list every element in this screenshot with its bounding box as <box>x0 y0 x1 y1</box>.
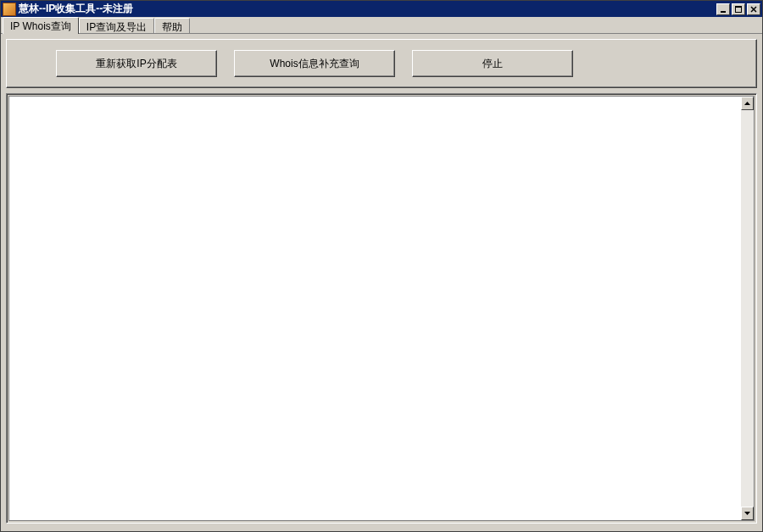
tab-strip: IP Whois查询 IP查询及导出 帮助 <box>1 17 762 34</box>
whois-supplement-button[interactable]: Whois信息补充查询 <box>234 50 395 77</box>
window-controls <box>715 3 760 15</box>
content-panel <box>6 93 757 524</box>
svg-rect-2 <box>735 6 742 8</box>
svg-marker-5 <box>744 102 750 105</box>
tab-ip-whois-query[interactable]: IP Whois查询 <box>3 17 79 34</box>
scroll-track[interactable] <box>741 110 754 507</box>
tab-help[interactable]: 帮助 <box>154 18 190 33</box>
content-area[interactable] <box>8 96 741 521</box>
stop-button[interactable]: 停止 <box>412 50 573 77</box>
title-bar: 慧林--IP收集工具--未注册 <box>1 1 762 17</box>
toolbar-panel: 重新获取IP分配表 Whois信息补充查询 停止 <box>6 39 757 88</box>
tab-ip-query-export[interactable]: IP查询及导出 <box>79 18 154 33</box>
close-button[interactable] <box>747 3 760 15</box>
app-icon <box>3 3 16 16</box>
refetch-ip-button[interactable]: 重新获取IP分配表 <box>56 50 217 77</box>
vertical-scrollbar[interactable] <box>741 96 755 521</box>
button-label: 停止 <box>482 57 503 71</box>
tab-label: 帮助 <box>162 21 182 33</box>
tab-label: IP Whois查询 <box>10 20 71 32</box>
scroll-up-button[interactable] <box>741 97 754 110</box>
scroll-down-button[interactable] <box>741 507 754 520</box>
button-label: 重新获取IP分配表 <box>96 57 176 71</box>
maximize-button[interactable] <box>732 3 745 15</box>
svg-rect-0 <box>721 11 726 13</box>
tab-label: IP查询及导出 <box>86 21 147 33</box>
minimize-button[interactable] <box>716 3 730 15</box>
button-label: Whois信息补充查询 <box>270 57 359 71</box>
window-title: 慧林--IP收集工具--未注册 <box>19 2 715 16</box>
svg-marker-6 <box>744 512 750 515</box>
